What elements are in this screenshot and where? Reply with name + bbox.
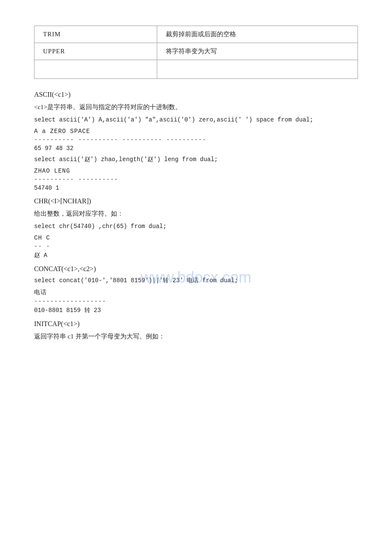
section-ascii: ASCII(<c1>)<c1>是字符串。返回与指定的字符对应的十进制数。sele… <box>34 91 358 191</box>
result-line: 010-8801 8159 转 23 <box>34 306 358 314</box>
code-line: select concat('010-','8801 8159')||'转 23… <box>34 276 358 285</box>
code-line: select ascii('赵') zhao,length('赵') leng … <box>34 155 358 164</box>
section-chr: CHR(<I>[NCHAR])给出整数，返回对应字符。如：select chr(… <box>34 197 358 259</box>
section-concat: CONCAT(<c1>,<c2>)select concat('010-','8… <box>34 265 358 314</box>
function-table: TRIM 裁剪掉前面或后面的空格 UPPER 将字符串变为大写 <box>34 26 358 79</box>
column-header: A a ZERO SPACE <box>34 128 358 135</box>
separator-line: -- - <box>34 243 358 250</box>
initcap-desc: 返回字符串 c1 并第一个字母变为大写。例如： <box>34 331 358 341</box>
table-cell-left <box>35 60 157 79</box>
table-cell-right <box>157 60 358 79</box>
table-row: TRIM 裁剪掉前面或后面的空格 <box>35 26 358 43</box>
separator-line: ---------- ---------- <box>34 176 358 183</box>
code-line: select chr(54740) ,chr(65) from dual; <box>34 222 358 231</box>
table-cell-right: 将字符串变为大写 <box>157 43 358 60</box>
result-line: 54740 1 <box>34 185 358 191</box>
result-line: 65 97 48 32 <box>34 145 358 152</box>
table-cell-left: TRIM <box>35 26 157 43</box>
ascii-desc: <c1>是字符串。返回与指定的字符对应的十进制数。 <box>34 102 358 112</box>
initcap-title: INITCAP(<c1>) <box>34 320 358 328</box>
table-cell-right: 裁剪掉前面或后面的空格 <box>157 26 358 43</box>
column-header: CH C <box>34 234 358 241</box>
table-cell-left: UPPER <box>35 43 157 60</box>
concat-title: CONCAT(<c1>,<c2>) <box>34 265 358 273</box>
separator-line: ------------------ <box>34 298 358 305</box>
section-initcap: INITCAP(<c1>)返回字符串 c1 并第一个字母变为大写。例如： <box>34 320 358 341</box>
separator-line: ---------- ---------- ---------- -------… <box>34 136 358 143</box>
code-line: select ascii('A') A,ascii('a') "a",ascii… <box>34 116 358 124</box>
chr-title: CHR(<I>[NCHAR]) <box>34 197 358 205</box>
column-header: ZHAO LENG <box>34 168 358 174</box>
column-header: 电话 <box>34 289 358 296</box>
chr-desc: 给出整数，返回对应字符。如： <box>34 208 358 219</box>
table-row: UPPER 将字符串变为大写 <box>35 43 358 60</box>
result-line: 赵 A <box>34 251 358 259</box>
table-row <box>35 60 358 79</box>
ascii-title: ASCII(<c1>) <box>34 91 358 98</box>
